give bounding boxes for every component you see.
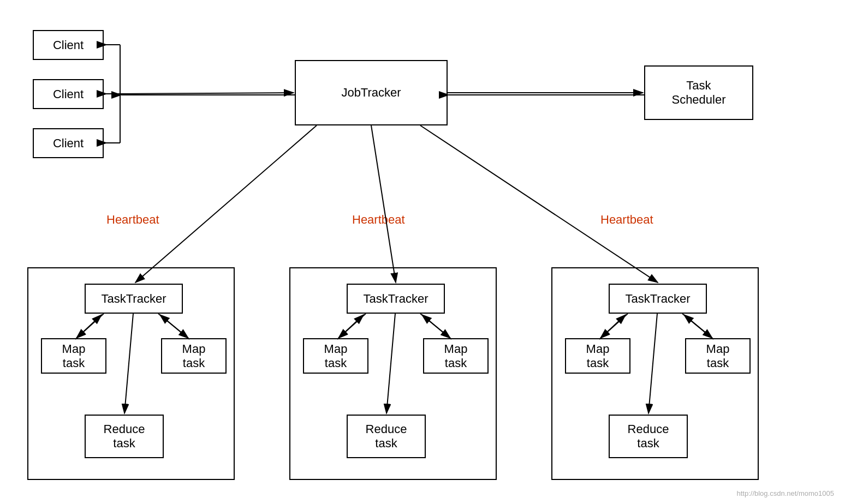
tasktracker-box-3: TaskTracker	[609, 284, 707, 314]
map-task-1a: Maptask	[41, 338, 106, 374]
diagram: Client Client Client JobTracker TaskSche…	[0, 0, 845, 504]
reduce-task-3: Reducetask	[609, 415, 688, 458]
client-box-2: Client	[33, 79, 104, 109]
map-task-2a: Maptask	[303, 338, 368, 374]
map-task-3b: Maptask	[685, 338, 751, 374]
map-task-2b: Maptask	[423, 338, 489, 374]
heartbeat-label-3: Heartbeat	[600, 213, 653, 227]
client-box-3: Client	[33, 128, 104, 158]
heartbeat-label-1: Heartbeat	[106, 213, 159, 227]
svg-line-14	[135, 125, 317, 283]
watermark: http://blog.csdn.net/momo1005	[736, 489, 834, 497]
reduce-task-2: Reducetask	[347, 415, 426, 458]
svg-line-15	[371, 125, 396, 283]
taskscheduler-box: TaskScheduler	[644, 65, 753, 120]
tasktracker-box-1: TaskTracker	[85, 284, 183, 314]
tasktracker-box-2: TaskTracker	[347, 284, 445, 314]
client-box-1: Client	[33, 30, 104, 60]
map-task-1b: Maptask	[161, 338, 227, 374]
jobtracker-box: JobTracker	[295, 60, 448, 125]
reduce-task-1: Reducetask	[85, 415, 164, 458]
svg-line-10	[120, 93, 294, 94]
map-task-3a: Maptask	[565, 338, 630, 374]
svg-line-16	[420, 125, 658, 283]
heartbeat-label-2: Heartbeat	[352, 213, 405, 227]
